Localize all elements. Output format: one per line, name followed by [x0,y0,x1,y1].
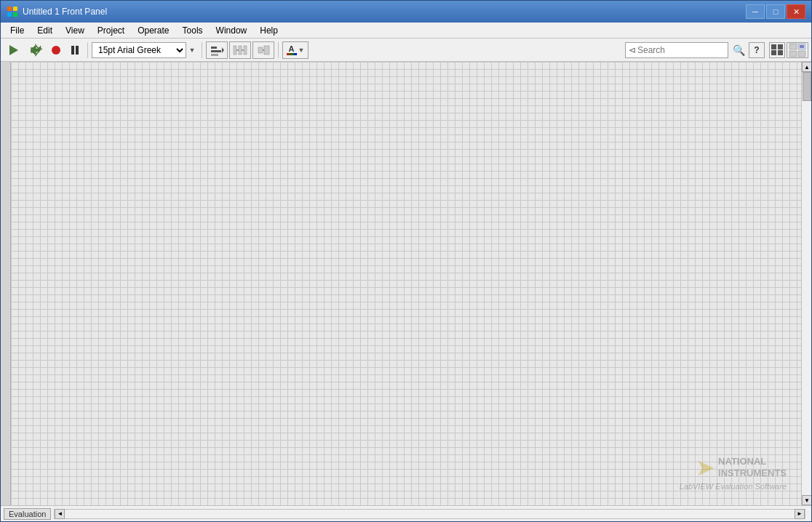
resize-icon [256,44,271,57]
status-bar: Evaluation ◄ ► [1,505,811,521]
menu-tools[interactable]: Tools [176,23,210,38]
search-magnifier-icon: ⊲ [629,45,636,55]
pause-icon [71,46,79,55]
svg-rect-0 [7,7,12,11]
search-go-button[interactable]: 🔍 [731,43,746,57]
scroll-up-button[interactable]: ▲ [802,62,811,72]
stop-icon [52,46,60,55]
svg-rect-22 [789,51,797,57]
menu-edit[interactable]: Edit [31,23,59,38]
rerun-icon: ⟳ [29,44,42,57]
app-icon [7,6,18,17]
ni-logo: ➤ NATIONAL INSTRUMENTS [680,456,787,479]
left-edge [1,62,11,505]
stop-button[interactable] [47,41,65,59]
restore-button[interactable]: □ [766,4,785,19]
scroll-left-icon: ◄ [57,510,63,517]
title-bar: Untitled 1 Front Panel ─ □ ✕ [1,1,811,23]
menu-project[interactable]: Project [91,23,131,38]
svg-rect-20 [789,44,797,49]
scroll-track[interactable] [802,72,811,495]
svg-rect-8 [211,47,217,49]
scroll-right-button[interactable]: ► [795,509,805,519]
svg-rect-10 [211,54,218,56]
pause-button[interactable] [66,41,84,59]
ni-eval-text: LabVIEW Evaluation Software [680,482,787,491]
search-box: ⊲ [625,42,728,58]
color-button[interactable]: A ▼ [282,41,309,59]
search-area: ⊲ 🔍 ? [625,42,765,58]
close-button[interactable]: ✕ [787,4,805,19]
resize-button[interactable] [252,41,274,59]
svg-text:⟳: ⟳ [33,47,39,55]
svg-rect-12 [234,46,236,55]
scroll-up-icon: ▲ [804,64,810,71]
chevron-down-icon: ▼ [189,47,196,54]
separator-2 [202,42,202,58]
run-button[interactable] [4,41,24,59]
svg-rect-9 [211,50,221,52]
svg-rect-13 [239,46,242,55]
window-controls: ─ □ ✕ [746,4,805,19]
grid-layout-btn-1[interactable] [769,42,785,58]
align-icon [210,44,224,57]
right-panel-icons [769,42,808,58]
menu-view[interactable]: View [59,23,91,38]
scroll-left-button[interactable]: ◄ [55,509,65,519]
watermark: ➤ NATIONAL INSTRUMENTS LabVIEW Evaluatio… [680,456,787,491]
separator-1 [87,42,88,58]
help-button[interactable]: ? [749,42,765,58]
font-dropdown-btn[interactable]: ▼ [186,41,198,59]
svg-rect-2 [7,12,12,17]
scroll-down-icon: ▼ [804,497,810,504]
grid-layout-icon-1 [771,44,784,55]
color-icon: A [287,45,297,55]
scroll-thumb[interactable] [803,72,811,101]
search-input[interactable] [637,45,725,55]
font-selector[interactable]: 15pt Arial Greek 12pt Arial 10pt Arial [92,42,186,58]
scroll-down-button[interactable]: ▼ [802,495,811,505]
svg-marker-11 [222,47,224,53]
ni-company-text: NATIONAL INSTRUMENTS [718,456,787,478]
separator-3 [278,42,279,58]
scroll-right-icon: ► [797,510,803,517]
align-button[interactable] [206,41,228,59]
menu-file[interactable]: File [4,23,31,38]
bottom-scrollbar: ◄ ► [54,509,805,519]
run-icon [9,45,18,55]
search-execute-icon: 🔍 [733,44,745,56]
distribute-icon [233,44,247,57]
evaluation-tag: Evaluation [4,508,51,520]
svg-rect-14 [244,46,247,55]
toolbar: ⟳ 15pt Arial Greek 12pt Arial 10pt Arial… [1,39,811,62]
grid-layout-btn-2[interactable] [787,42,808,58]
menu-help[interactable]: Help [253,23,284,38]
svg-rect-24 [800,45,804,48]
svg-rect-17 [258,47,263,53]
svg-rect-3 [13,12,17,17]
help-question-icon: ? [754,45,759,55]
grid-layout-icon-2 [789,43,806,57]
menu-operate[interactable]: Operate [131,23,175,38]
bottom-scroll-track[interactable] [65,510,795,518]
minimize-button[interactable]: ─ [746,4,765,19]
svg-rect-18 [264,46,269,55]
ni-chevron-icon: ➤ [696,456,715,479]
distribute-button[interactable] [229,41,251,59]
svg-rect-23 [798,51,805,57]
right-scrollbar: ▲ ▼ [801,62,811,505]
main-window: Untitled 1 Front Panel ─ □ ✕ File Edit V… [0,0,812,522]
svg-rect-1 [13,7,17,11]
main-content: ➤ NATIONAL INSTRUMENTS LabVIEW Evaluatio… [1,62,811,505]
menu-window[interactable]: Window [210,23,254,38]
rerun-button[interactable]: ⟳ [25,41,46,59]
canvas-area[interactable]: ➤ NATIONAL INSTRUMENTS LabVIEW Evaluatio… [11,62,801,505]
menu-bar: File Edit View Project Operate Tools Win… [1,23,811,39]
window-title: Untitled 1 Front Panel [23,7,746,17]
